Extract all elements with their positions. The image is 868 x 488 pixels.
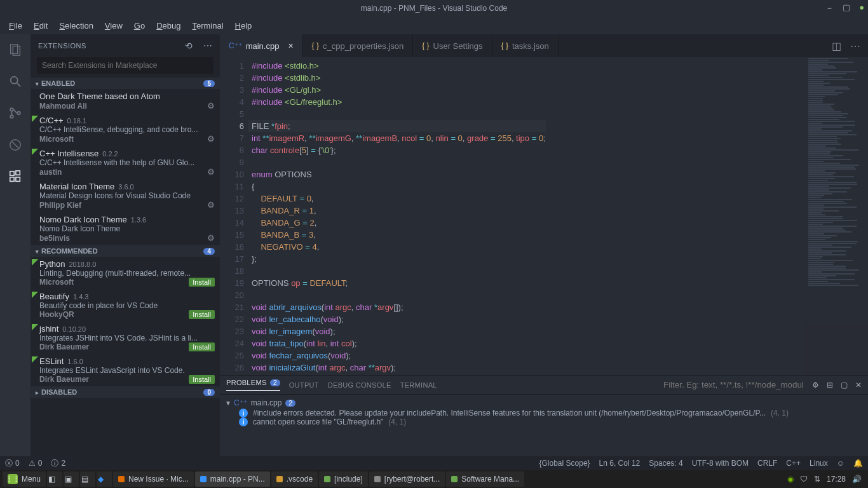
- menu-debug[interactable]: Debug: [151, 20, 186, 32]
- debug-console-tab[interactable]: DEBUG CONSOLE: [328, 381, 391, 389]
- taskbar-window[interactable]: [include]: [319, 471, 368, 487]
- output-tab[interactable]: OUTPUT: [289, 381, 319, 389]
- status-spaces[interactable]: Spaces: 4: [649, 459, 682, 468]
- taskbar-window[interactable]: [rybert@robert...: [369, 471, 445, 487]
- install-button[interactable]: Install: [189, 278, 215, 287]
- terminal-tab[interactable]: TERMINAL: [400, 381, 437, 389]
- menu-view[interactable]: View: [100, 20, 128, 32]
- extension-item[interactable]: C++ Intellisense0.2.2C/C++ Intellisense …: [31, 146, 220, 179]
- minimap[interactable]: [804, 57, 868, 375]
- split-editor-icon[interactable]: ◫: [832, 40, 841, 52]
- debug-icon[interactable]: [6, 136, 24, 154]
- disabled-section-header[interactable]: ▸DISABLED 0: [31, 386, 220, 398]
- extension-item[interactable]: One Dark Theme based on AtomMahmoud Ali⚙: [31, 89, 220, 113]
- status-scope[interactable]: {Global Scope}: [539, 459, 590, 468]
- status-eol[interactable]: CRLF: [757, 459, 777, 468]
- close-window-icon[interactable]: ●: [859, 3, 864, 14]
- status-bar: ⓧ0 ⚠0 ⓘ2 {Global Scope} Ln 6, Col 12 Spa…: [0, 456, 868, 470]
- extensions-icon[interactable]: [6, 168, 24, 186]
- gear-icon[interactable]: ⚙: [207, 233, 215, 243]
- status-info[interactable]: ⓘ2: [51, 458, 65, 469]
- tray-clock[interactable]: 17:28: [827, 475, 846, 484]
- code-editor[interactable]: 1234567891011121314151617181920212223242…: [220, 57, 868, 375]
- editor-tab[interactable]: C⁺⁺main.cpp×: [220, 34, 303, 57]
- status-warnings[interactable]: ⚠0: [29, 459, 43, 468]
- taskbar-quick-2[interactable]: ▣: [64, 471, 79, 487]
- taskbar-window[interactable]: Software Mana...: [446, 471, 524, 487]
- enabled-section-header[interactable]: ▾ENABLED 5: [31, 78, 220, 89]
- collapse-all-icon[interactable]: ⊟: [827, 381, 833, 390]
- more-icon[interactable]: ⋯: [203, 41, 213, 51]
- install-button[interactable]: Install: [189, 310, 215, 319]
- problem-item[interactable]: icannot open source file "GL/freeglut.h"…: [226, 417, 862, 426]
- gear-icon[interactable]: ⚙: [207, 134, 215, 144]
- problem-file-row[interactable]: ▾C⁺⁺ main.cpp 2: [226, 398, 862, 407]
- svg-rect-9: [10, 172, 14, 175]
- svg-point-5: [10, 115, 13, 118]
- taskbar-quick-1[interactable]: ◧: [47, 471, 62, 487]
- clear-icon[interactable]: ⟲: [185, 41, 193, 51]
- status-notifications-icon[interactable]: 🔔: [853, 459, 863, 468]
- explorer-icon[interactable]: [6, 41, 24, 58]
- svg-point-2: [11, 77, 18, 84]
- status-cursor[interactable]: Ln 6, Col 12: [599, 459, 641, 468]
- tray-shield-icon[interactable]: 🛡: [800, 475, 808, 484]
- status-errors[interactable]: ⓧ0: [5, 458, 20, 469]
- menu-edit[interactable]: Edit: [29, 20, 53, 32]
- tray-network-icon[interactable]: ⇅: [814, 475, 820, 484]
- gear-icon[interactable]: ⚙: [207, 200, 215, 210]
- taskbar-window[interactable]: main.cpp - PN...: [195, 471, 270, 487]
- status-language[interactable]: C++: [786, 459, 801, 468]
- problem-item[interactable]: i#include errors detected. Please update…: [226, 409, 862, 417]
- extension-item[interactable]: ESLint1.6.0Integrates ESLint JavaScript …: [31, 354, 220, 386]
- extension-item[interactable]: Material Icon Theme3.6.0Material Design …: [31, 179, 220, 212]
- panel-maximize-icon[interactable]: ▢: [841, 381, 848, 390]
- install-button[interactable]: Install: [189, 342, 215, 351]
- install-button[interactable]: Install: [189, 375, 215, 384]
- recommended-section-header[interactable]: ▾RECOMMENDED 4: [31, 245, 220, 257]
- tray-nvidia-icon[interactable]: ◉: [787, 475, 794, 484]
- window-title: main.cpp - PNM_Files - Visual Studio Cod…: [361, 4, 508, 13]
- menu-terminal[interactable]: Terminal: [187, 20, 228, 32]
- gear-icon[interactable]: ⚙: [207, 167, 215, 177]
- info-icon: i: [239, 409, 248, 417]
- taskbar-window[interactable]: .vscode: [271, 471, 318, 487]
- status-feedback-icon[interactable]: ☺: [837, 459, 844, 468]
- problems-tab[interactable]: PROBLEMS 2: [226, 379, 280, 391]
- minimize-icon[interactable]: －: [825, 3, 834, 14]
- editor-tab[interactable]: { }c_cpp_properties.json: [303, 34, 414, 57]
- taskbar-window[interactable]: New Issue · Mic...: [113, 471, 194, 487]
- editor-tab[interactable]: { }tasks.json: [492, 34, 559, 57]
- more-actions-icon[interactable]: ⋯: [850, 40, 860, 52]
- extension-item[interactable]: Beautify1.4.3Beautify code in place for …: [31, 289, 220, 322]
- filter-settings-icon[interactable]: ⚙: [812, 381, 819, 390]
- extension-search-input[interactable]: [37, 57, 214, 74]
- start-menu-button[interactable]: ⋮⋮Menu: [3, 471, 46, 487]
- extension-item[interactable]: Python2018.8.0Linting, Debugging (multi-…: [31, 257, 220, 289]
- extension-item[interactable]: jshint0.10.20Integrates JSHint into VS C…: [31, 322, 220, 354]
- extension-item[interactable]: C/C++0.18.1C/C++ IntelliSense, debugging…: [31, 113, 220, 146]
- source-control-icon[interactable]: [6, 104, 24, 122]
- svg-rect-12: [16, 171, 20, 175]
- menu-selection[interactable]: Selection: [54, 20, 98, 32]
- svg-point-6: [17, 112, 20, 115]
- status-encoding[interactable]: UTF-8 with BOM: [692, 459, 749, 468]
- menu-go[interactable]: Go: [129, 20, 150, 32]
- extension-item[interactable]: Nomo Dark Icon Theme1.3.6Nomo Dark Icon …: [31, 212, 220, 245]
- menu-help[interactable]: Help: [230, 20, 257, 32]
- gear-icon[interactable]: ⚙: [207, 101, 215, 111]
- taskbar-quick-3[interactable]: ▤: [80, 471, 95, 487]
- desktop-taskbar: ⋮⋮Menu ◧ ▣ ▤ ◆ New Issue · Mic...main.cp…: [0, 470, 868, 488]
- problems-filter-input[interactable]: [663, 380, 803, 390]
- extensions-sidebar: EXTENSIONS ⟲ ⋯ ▾ENABLED 5 One Dark Theme…: [31, 34, 220, 456]
- activity-bar: [0, 34, 31, 456]
- tray-volume-icon[interactable]: 🔊: [852, 475, 862, 484]
- editor-tab[interactable]: { }User Settings: [413, 34, 492, 57]
- menu-file[interactable]: File: [4, 20, 27, 32]
- taskbar-quick-4[interactable]: ◆: [97, 471, 112, 487]
- close-tab-icon[interactable]: ×: [288, 41, 293, 51]
- search-icon[interactable]: [6, 72, 24, 90]
- menubar: FileEditSelectionViewGoDebugTerminalHelp: [0, 17, 868, 34]
- maximize-icon[interactable]: ▢: [843, 3, 850, 14]
- panel-close-icon[interactable]: ✕: [855, 381, 862, 390]
